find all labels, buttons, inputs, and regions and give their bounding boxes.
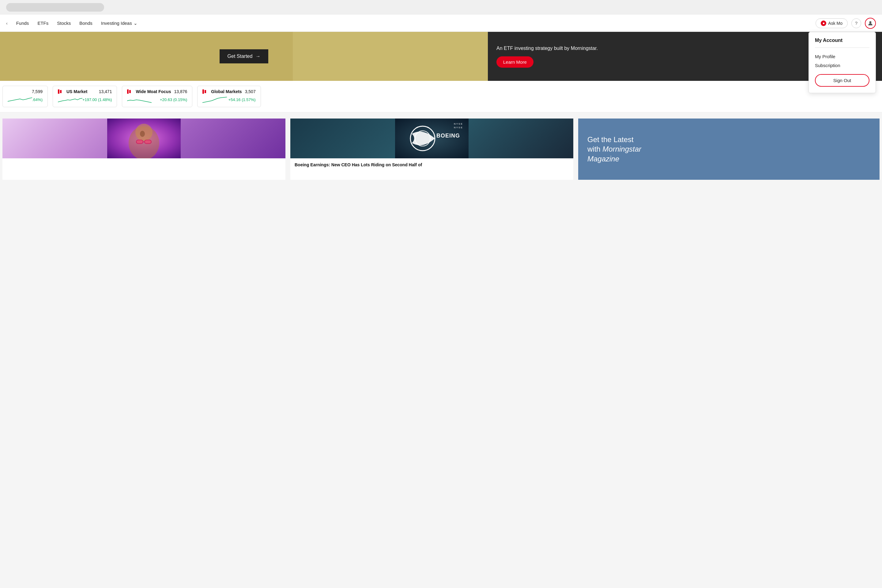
learn-more-button[interactable]: Learn More	[496, 56, 534, 68]
profile-button[interactable]	[865, 18, 876, 29]
account-dropdown: My Account My Profile Subscription Sign …	[808, 32, 876, 93]
search-bar[interactable]	[6, 3, 104, 12]
content-card-boeing[interactable]: BOEING NYSE NYSE Boeing Earnings: New CE…	[290, 118, 573, 180]
ticker-top-us: US Market 13,471	[58, 89, 112, 94]
nav-item-etfs[interactable]: ETFs	[38, 21, 48, 26]
subscription-link[interactable]: Subscription	[815, 61, 870, 70]
person-card-body	[3, 158, 285, 166]
boeing-image: BOEING NYSE NYSE	[290, 118, 573, 158]
ticker-bottom-global: +54.16 (1.57%)	[202, 95, 255, 104]
svg-text:NYSE: NYSE	[454, 126, 463, 129]
ticker-top-global: Global Markets 3,507	[202, 89, 255, 94]
morningstar-logo-global	[202, 89, 209, 94]
get-started-button[interactable]: Get Started →	[220, 49, 268, 63]
svg-point-4	[140, 131, 145, 137]
ticker-bottom-moat: +20.63 (0.15%)	[127, 95, 187, 104]
logo-bar2-moat	[129, 90, 131, 93]
mini-chart-moat	[127, 95, 152, 104]
nav-item-bonds[interactable]: Bonds	[80, 21, 93, 26]
arrow-right-icon: →	[255, 54, 260, 59]
mini-chart-us	[58, 95, 82, 104]
promo-area: Get Started → An ETF investing strategy …	[0, 32, 882, 81]
svg-rect-5	[136, 140, 143, 144]
sign-out-button[interactable]: Sign Out	[815, 74, 870, 87]
nav-item-stocks[interactable]: Stocks	[57, 21, 71, 26]
content-row: BOEING NYSE NYSE Boeing Earnings: New CE…	[0, 112, 882, 180]
ticker-card-us-market[interactable]: US Market 13,471 +197.00 (1.48%)	[52, 86, 117, 107]
svg-point-0	[870, 21, 872, 23]
nav-left: ‹ Funds ETFs Stocks Bonds Investing Idea…	[6, 21, 138, 26]
morningstar-logo-moat	[127, 89, 134, 94]
ticker-name-moat: Wide Moat Focus	[127, 89, 171, 94]
nav-chevron-icon[interactable]: ‹	[6, 21, 8, 26]
person-illustration	[3, 118, 285, 158]
ticker-card-partial[interactable]: 7,599 .64%)	[3, 86, 48, 107]
get-started-label: Get Started	[228, 54, 253, 59]
ask-mo-button[interactable]: ■ Ask Mo	[816, 18, 848, 28]
search-bar-area	[0, 0, 882, 15]
boeing-card-title: Boeing Earnings: New CEO Has Lots Riding…	[295, 162, 569, 168]
account-dropdown-title: My Account	[815, 38, 870, 43]
person-icon	[867, 20, 873, 26]
ticker-top-moat: Wide Moat Focus 13,876	[127, 89, 187, 94]
logo-bar2	[60, 90, 62, 93]
svg-rect-6	[144, 140, 151, 144]
mini-chart-partial	[8, 95, 32, 104]
logo-bar1-moat	[127, 89, 129, 94]
ticker-card-wide-moat[interactable]: Wide Moat Focus 13,876 +20.63 (0.15%)	[122, 86, 192, 107]
ticker-top: 7,599	[8, 89, 43, 94]
ask-mo-icon: ■	[821, 21, 826, 26]
main-header: ‹ Funds ETFs Stocks Bonds Investing Idea…	[0, 15, 882, 32]
ticker-card-global[interactable]: Global Markets 3,507 +54.16 (1.57%)	[197, 86, 261, 107]
tickers-row: 7,599 .64%) US Market 13,471 +197.	[0, 81, 882, 112]
morningstar-logo-us	[58, 89, 64, 94]
global-markets-label: Global Markets	[211, 89, 242, 94]
svg-text:BOEING: BOEING	[436, 133, 460, 139]
ask-mo-label: Ask Mo	[828, 21, 843, 26]
ticker-name-global: Global Markets	[202, 89, 242, 94]
svg-text:NYSE: NYSE	[454, 123, 463, 125]
boeing-svg: BOEING NYSE NYSE	[290, 118, 573, 158]
logo-bar1-global	[202, 89, 204, 94]
logo-bar1	[58, 89, 59, 94]
boeing-card-body: Boeing Earnings: New CEO Has Lots Riding…	[290, 158, 573, 172]
question-mark-icon: ?	[855, 21, 858, 26]
chevron-down-icon: ⌄	[134, 21, 138, 26]
global-markets-change: +54.16 (1.57%)	[228, 98, 255, 102]
us-market-label: US Market	[66, 89, 87, 94]
ticker-bottom-partial: .64%)	[8, 95, 43, 104]
magazine-text: Get the Latestwith MorningstarMagazine	[587, 135, 641, 164]
nav-investing-ideas-label: Investing Ideas	[101, 21, 132, 26]
ticker-value-partial: 7,599	[32, 89, 43, 94]
global-markets-value: 3,507	[245, 89, 256, 94]
promo-left-banner: Get Started →	[0, 32, 488, 81]
nav-item-investing-ideas[interactable]: Investing Ideas ⌄	[101, 21, 138, 26]
ticker-bottom-us: +197.00 (1.48%)	[58, 95, 112, 104]
content-card-magazine[interactable]: Get the Latestwith MorningstarMagazine	[578, 118, 879, 180]
logo-bar2-global	[205, 90, 206, 93]
person-svg	[3, 118, 285, 158]
mini-chart-global	[202, 95, 227, 104]
help-button[interactable]: ?	[851, 18, 861, 28]
us-market-change: +197.00 (1.48%)	[82, 98, 112, 102]
header-right: ■ Ask Mo ? My Account My Profile Subscri…	[816, 18, 876, 29]
wide-moat-label: Wide Moat Focus	[136, 89, 171, 94]
promo-right-text: An ETF investing strategy built by Morni…	[496, 45, 598, 52]
ticker-name-us: US Market	[58, 89, 87, 94]
ticker-change-partial: .64%)	[32, 98, 43, 102]
my-profile-link[interactable]: My Profile	[815, 52, 870, 61]
content-card-person[interactable]	[3, 118, 285, 180]
wide-moat-change: +20.63 (0.15%)	[160, 98, 187, 102]
nav-item-funds[interactable]: Funds	[16, 21, 29, 26]
wide-moat-value: 13,876	[174, 89, 187, 94]
us-market-value: 13,471	[99, 89, 112, 94]
